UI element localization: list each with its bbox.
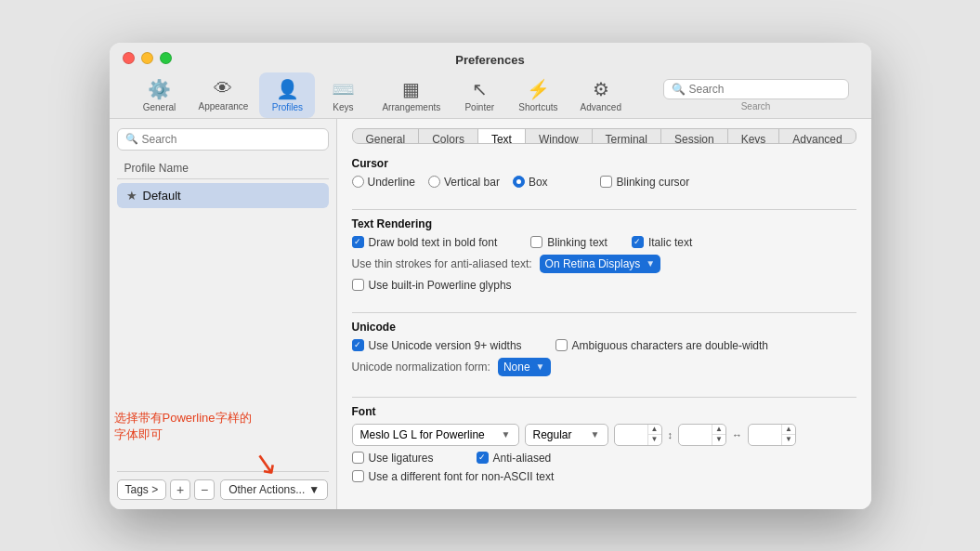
toolbar-keys-label: Keys — [333, 102, 353, 112]
blinking-text-label: Blinking text — [547, 236, 608, 249]
toolbar-search-input[interactable] — [689, 83, 841, 96]
powerline-label: Use built-in Powerline glyphs — [369, 279, 512, 292]
ambiguous-wrap[interactable]: Ambiguous characters are double-width — [555, 339, 768, 352]
tab-window[interactable]: Window — [526, 129, 593, 143]
tab-colors[interactable]: Colors — [419, 129, 478, 143]
text-rendering-section: Text Rendering Draw bold text in bold fo… — [352, 217, 856, 297]
close-button[interactable] — [123, 52, 135, 64]
powerline-checkbox-wrap[interactable]: Use built-in Powerline glyphs — [352, 279, 512, 292]
tags-button[interactable]: Tags > — [117, 479, 167, 500]
underline-radio[interactable] — [352, 176, 364, 188]
thin-strokes-select[interactable]: On Retina Displays ▼ — [540, 255, 661, 273]
font-style-select[interactable]: Regular ▼ — [525, 424, 608, 446]
sidebar-search-wrap[interactable]: 🔍 — [117, 128, 329, 151]
blinking-cursor-checkbox-wrap[interactable]: Blinking cursor — [600, 176, 690, 189]
font-row2: Use ligatures Anti-aliased — [352, 452, 856, 465]
tab-terminal[interactable]: Terminal — [593, 129, 661, 143]
anti-aliased-checkbox[interactable] — [477, 452, 489, 464]
remove-profile-button[interactable]: − — [194, 479, 215, 500]
italic-checkbox-wrap[interactable]: Italic text — [632, 236, 692, 249]
toolbar-pointer[interactable]: ↖ Pointer — [451, 72, 507, 118]
sidebar-footer: Tags > + − Other Actions... ▼ — [117, 471, 329, 500]
font-name-select[interactable]: Meslo LG L for Powerline ▼ — [352, 424, 519, 446]
italic-checkbox[interactable] — [632, 236, 644, 248]
unicode-version-wrap[interactable]: Use Unicode version 9+ widths — [352, 339, 522, 352]
tab-text[interactable]: Text — [478, 129, 526, 143]
font-name-value: Meslo LG L for Powerline — [360, 428, 485, 441]
toolbar-profiles[interactable]: 👤 Profiles — [259, 72, 315, 118]
font-size-input[interactable]: 14 ▲ ▼ — [614, 424, 662, 446]
unicode-version-checkbox[interactable] — [352, 339, 364, 351]
sidebar-item-default-label: Default — [143, 189, 181, 203]
sidebar-search-icon: 🔍 — [125, 133, 138, 145]
toolbar-search-label: Search — [741, 101, 771, 112]
toolbar-shortcuts-label: Shortcuts — [518, 102, 557, 112]
vl-down[interactable]: ▼ — [712, 435, 725, 445]
hz-input[interactable]: 100 ▲ ▼ — [748, 424, 796, 446]
blinking-cursor-label: Blinking cursor — [617, 176, 690, 189]
bold-checkbox-wrap[interactable]: Draw bold text in bold font — [352, 236, 498, 249]
toolbar-general[interactable]: ⚙️ General — [132, 72, 188, 118]
font-style-arrow-icon: ▼ — [591, 429, 600, 439]
cursor-underline[interactable]: Underline — [352, 176, 415, 189]
bold-checkbox[interactable] — [352, 236, 364, 248]
general-icon: ⚙️ — [148, 78, 171, 100]
ligatures-checkbox[interactable] — [352, 452, 364, 464]
ambiguous-checkbox[interactable] — [555, 339, 568, 351]
vertical-bar-radio[interactable] — [428, 176, 440, 188]
font-size-value[interactable]: 14 — [615, 426, 647, 444]
toolbar-arrangements[interactable]: ▦ Arrangements — [371, 72, 451, 118]
vl-spinners: ▲ ▼ — [712, 425, 725, 445]
non-ascii-checkbox[interactable] — [352, 470, 364, 482]
blinking-cursor-checkbox[interactable] — [600, 176, 612, 188]
toolbar-general-label: General — [143, 102, 176, 112]
text-rendering-row1: Draw bold text in bold font Blinking tex… — [352, 236, 856, 249]
font-size-up[interactable]: ▲ — [648, 425, 661, 435]
tab-keys[interactable]: Keys — [728, 129, 780, 143]
tab-advanced[interactable]: Advanced — [779, 129, 855, 143]
add-profile-button[interactable]: + — [170, 479, 190, 500]
vl-input[interactable]: 100 ▲ ▼ — [678, 424, 726, 446]
toolbar-appearance-label: Appearance — [199, 101, 249, 112]
minimize-button[interactable] — [141, 52, 153, 64]
cursor-vertical-bar[interactable]: Vertical bar — [428, 176, 500, 189]
fullscreen-button[interactable] — [160, 52, 172, 64]
ligatures-wrap[interactable]: Use ligatures — [352, 452, 434, 465]
ambiguous-label: Ambiguous characters are double-width — [572, 339, 768, 352]
font-section: Font Meslo LG L for Powerline ▼ Regular … — [352, 405, 856, 489]
star-icon: ★ — [126, 189, 137, 203]
toolbar-search-wrap[interactable]: 🔍 — [663, 79, 849, 99]
normalization-label: Unicode normalization form: — [352, 361, 490, 374]
hz-up[interactable]: ▲ — [782, 425, 795, 435]
font-row1: Meslo LG L for Powerline ▼ Regular ▼ 14 … — [352, 424, 856, 446]
text-rendering-title: Text Rendering — [352, 217, 856, 230]
vertical-bar-label: Vertical bar — [444, 176, 500, 189]
toolbar-keys[interactable]: ⌨️ Keys — [315, 72, 371, 118]
sidebar-search-input[interactable] — [142, 133, 320, 146]
toolbar-appearance[interactable]: 👁 Appearance — [188, 72, 260, 117]
hz-value[interactable]: 100 — [749, 426, 781, 444]
non-ascii-wrap[interactable]: Use a different font for non-ASCII text — [352, 470, 555, 483]
blinking-text-checkbox-wrap[interactable]: Blinking text — [530, 236, 608, 249]
tab-session[interactable]: Session — [661, 129, 728, 143]
vl-value[interactable]: 100 — [679, 426, 712, 444]
tab-general[interactable]: General — [353, 129, 420, 143]
font-size-down[interactable]: ▼ — [648, 435, 661, 445]
sidebar-item-default[interactable]: ★ Default — [117, 183, 329, 208]
sidebar-annotation-text: 选择带有Powerline字样的字体即可 — [114, 410, 254, 443]
hz-down[interactable]: ▼ — [782, 435, 795, 445]
cursor-box[interactable]: Box — [513, 176, 548, 189]
vl-up[interactable]: ▲ — [712, 425, 725, 435]
normalization-arrow-icon: ▼ — [536, 361, 545, 372]
anti-aliased-wrap[interactable]: Anti-aliased — [477, 452, 552, 465]
main-panel: General Colors Text Window Terminal Sess… — [337, 119, 871, 509]
sidebar: 🔍 Profile Name ★ Default 选择带有Powerline字样… — [110, 119, 337, 509]
toolbar-advanced[interactable]: ⚙ Advanced — [569, 72, 633, 118]
toolbar-shortcuts[interactable]: ⚡ Shortcuts — [507, 72, 568, 118]
titlebar: Preferences ⚙️ General 👁 Appearance 👤 Pr… — [110, 43, 871, 119]
blinking-text-checkbox[interactable] — [530, 236, 542, 248]
box-radio[interactable] — [513, 176, 525, 188]
powerline-checkbox[interactable] — [352, 279, 364, 291]
normalization-select[interactable]: None ▼ — [498, 358, 551, 376]
thin-strokes-row: Use thin strokes for anti-aliased text: … — [352, 255, 856, 273]
